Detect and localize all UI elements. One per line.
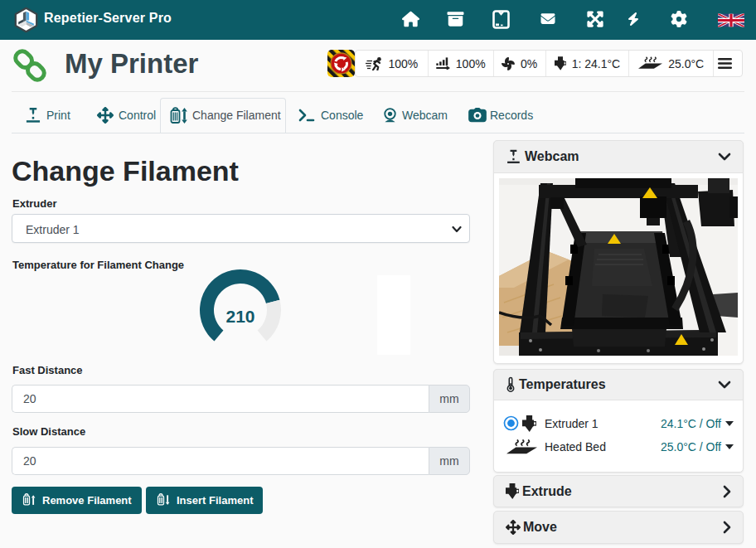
svg-text:210: 210 [225, 307, 254, 326]
